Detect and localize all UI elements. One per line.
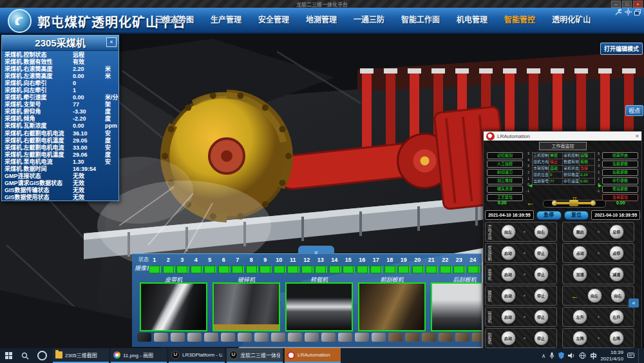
microphone-icon[interactable]	[549, 352, 554, 359]
channel-status-square[interactable]	[260, 266, 270, 273]
channel-status-square[interactable]	[287, 266, 298, 273]
taskbar-app[interactable]: ULR3DPlatform - U...	[169, 348, 225, 363]
clock[interactable]: 16:39 2021/4/10	[600, 349, 623, 362]
reset-button[interactable]: 复位	[564, 211, 589, 220]
ime-indicator[interactable]: 中	[590, 351, 596, 360]
channel-status-square[interactable]	[440, 266, 451, 273]
shearer-position-slider[interactable]: 77	[543, 200, 606, 208]
round-button[interactable]: 向右	[611, 288, 625, 303]
round-button[interactable]: 向右	[534, 224, 549, 239]
process-button[interactable]: 割三角煤	[487, 177, 523, 184]
nav-item[interactable]: 生产管理	[202, 8, 250, 32]
channel-status-square[interactable]	[329, 266, 340, 273]
round-button[interactable]: 总停	[609, 224, 624, 239]
filmstrip-cell[interactable]	[455, 333, 469, 342]
nav-item[interactable]: 机电管理	[448, 8, 496, 32]
filmstrip-cell[interactable]	[439, 333, 453, 342]
channel-status-square[interactable]	[246, 266, 257, 273]
lr-titlebar[interactable]: LRAutomation ×	[484, 132, 641, 141]
filmstrip-cell[interactable]	[405, 333, 419, 342]
filmstrip-cell[interactable]	[187, 333, 202, 342]
channel-status-square[interactable]	[315, 266, 326, 273]
channel-status-square[interactable]	[453, 266, 464, 273]
filmstrip-cell[interactable]	[321, 333, 336, 342]
taskbar-app[interactable]: 11.png - 画图	[111, 348, 167, 363]
enable-button[interactable]: 泵站使能	[602, 186, 638, 193]
channel-status-square[interactable]	[176, 266, 187, 273]
process-button[interactable]: 人工远控	[487, 161, 523, 168]
channel-status-square[interactable]	[204, 266, 215, 273]
filmstrip-cell[interactable]	[238, 333, 252, 342]
tools-icon[interactable]	[614, 8, 622, 15]
round-button[interactable]: 启动	[501, 288, 516, 303]
round-button[interactable]: 停止	[534, 246, 549, 260]
network-globe-icon[interactable]	[579, 352, 586, 359]
camera-thumbnail[interactable]: 前刮板机	[355, 275, 428, 331]
nav-item[interactable]: 智能管控	[496, 8, 544, 32]
filmstrip-cell[interactable]	[422, 333, 436, 342]
gear-icon[interactable]	[624, 8, 632, 15]
taskbar-app[interactable]: 2305三维截图	[53, 348, 109, 363]
enable-button[interactable]: 牵引使能	[602, 177, 638, 184]
channel-status-square[interactable]	[191, 266, 202, 273]
cortana-button[interactable]	[33, 348, 50, 363]
round-button[interactable]: 停止	[534, 267, 549, 282]
process-button[interactable]: 记忆截割	[487, 152, 523, 159]
filmstrip-cell[interactable]	[305, 333, 319, 342]
emergency-stop-button[interactable]: 急停	[536, 211, 562, 220]
round-button[interactable]: 启动	[501, 309, 516, 324]
channel-status-square[interactable]	[301, 266, 312, 273]
filmstrip-cell[interactable]	[254, 333, 269, 342]
taskbar-app[interactable]: LRAutomation	[285, 348, 341, 363]
start-button[interactable]	[0, 348, 17, 363]
enable-button[interactable]: 右截使能	[602, 169, 638, 176]
round-button[interactable]: 左升	[573, 309, 587, 324]
show-desktop-button[interactable]	[638, 348, 641, 363]
tab-workface-monitor[interactable]: 工作面监控	[539, 142, 587, 150]
nav-item[interactable]: 地测管理	[298, 8, 345, 32]
channel-status-square[interactable]	[481, 266, 482, 273]
camera-thumbnail[interactable]: 皮带机	[137, 275, 210, 331]
filmstrip-cell[interactable]	[154, 333, 168, 342]
nav-item[interactable]: 三维态势图	[147, 8, 202, 32]
round-button[interactable]: 向左	[501, 224, 516, 239]
channel-status-square[interactable]	[149, 266, 160, 273]
filmstrip-cell[interactable]	[388, 333, 402, 342]
round-button[interactable]: 停止	[534, 331, 549, 346]
filmstrip-cell[interactable]	[338, 333, 352, 342]
round-button[interactable]: 启动	[501, 331, 516, 346]
open-edit-mode-button[interactable]: 打开编辑模式	[600, 43, 643, 55]
channel-status-square[interactable]	[232, 266, 243, 273]
hidden-icons-chevron[interactable]: ∧	[542, 353, 546, 359]
filmstrip-cell[interactable]	[221, 333, 235, 342]
channel-status-square[interactable]	[357, 266, 368, 273]
filmstrip-cell[interactable]	[171, 333, 185, 342]
close-button[interactable]: ×	[633, 1, 643, 8]
round-button[interactable]: 右升	[609, 309, 624, 324]
channel-status-square[interactable]	[468, 266, 478, 273]
round-button[interactable]: 停止	[534, 288, 549, 303]
channel-status-square[interactable]	[398, 266, 409, 273]
round-button[interactable]: 减速	[609, 267, 624, 282]
round-button[interactable]: 启动	[501, 267, 516, 282]
enable-button[interactable]: 喷雾开启	[602, 152, 638, 159]
nav-item[interactable]: 智能工作面	[393, 8, 448, 32]
channel-status-square[interactable]	[163, 266, 174, 273]
minimize-button[interactable]: –	[611, 1, 621, 8]
channel-status-square[interactable]	[274, 266, 285, 273]
filmstrip-cell[interactable]	[288, 333, 302, 342]
nav-item[interactable]: 一通三防	[345, 8, 393, 32]
taskbar-app[interactable]: U龙软二三维一体化...	[227, 348, 283, 363]
filmstrip-cell[interactable]	[137, 333, 151, 342]
notification-icon[interactable]	[627, 353, 634, 359]
filmstrip-cell[interactable]	[355, 333, 369, 342]
nav-item[interactable]: 透明化矿山	[544, 8, 599, 32]
channel-status-square[interactable]	[218, 266, 229, 273]
camera-thumbnail[interactable]: 破碎机	[210, 275, 283, 331]
filmstrip-cell[interactable]	[271, 333, 285, 342]
search-icon[interactable]	[17, 348, 33, 363]
window-restore-icon[interactable]	[634, 8, 641, 15]
filmstrip-cell[interactable]	[472, 333, 482, 342]
channel-status-square[interactable]	[412, 266, 423, 273]
round-button[interactable]: 左降	[573, 331, 587, 346]
